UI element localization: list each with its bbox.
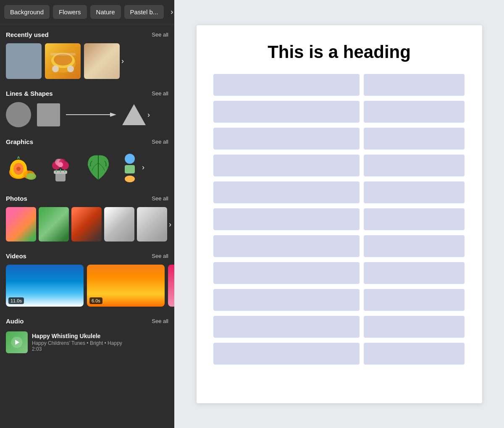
table-cell bbox=[364, 316, 465, 338]
table-row bbox=[213, 181, 465, 203]
recently-used-row: › bbox=[6, 43, 168, 79]
table-cell bbox=[213, 289, 360, 311]
photo-desert[interactable] bbox=[71, 207, 102, 242]
recently-used-see-all[interactable]: See all bbox=[152, 32, 168, 38]
canvas-document: This is a heading bbox=[197, 25, 482, 403]
shape-line-arrow bbox=[66, 110, 116, 119]
table-row bbox=[213, 343, 465, 365]
photos-header: Photos See all bbox=[6, 195, 168, 202]
photos-row-container: › bbox=[6, 207, 168, 242]
graphics-header: Graphics See all bbox=[6, 138, 168, 145]
tag-nature[interactable]: Nature bbox=[90, 5, 121, 19]
recent-item-2[interactable] bbox=[45, 43, 81, 79]
photo-hat[interactable] bbox=[104, 207, 134, 242]
shape-triangle[interactable] bbox=[122, 104, 146, 125]
photo-person[interactable] bbox=[39, 207, 69, 242]
shape-square[interactable] bbox=[37, 103, 60, 126]
video-duration-1: 11.0s bbox=[8, 297, 24, 304]
photos-see-all[interactable]: See all bbox=[152, 195, 168, 202]
video-item-3[interactable] bbox=[168, 265, 174, 307]
graphic-papaya[interactable] bbox=[6, 150, 39, 184]
table-row bbox=[213, 101, 465, 123]
videos-section: Videos See all 11.0s 6.0s › bbox=[0, 246, 174, 311]
lines-shapes-section: Lines & Shapes See all › bbox=[0, 83, 174, 131]
lines-shapes-header: Lines & Shapes See all bbox=[6, 90, 168, 97]
table-row bbox=[213, 235, 465, 257]
audio-see-all[interactable]: See all bbox=[152, 318, 168, 324]
table-row bbox=[213, 316, 465, 338]
table-cell bbox=[213, 262, 360, 284]
svg-point-2 bbox=[54, 54, 72, 66]
recently-used-title: Recently used bbox=[6, 31, 49, 38]
svg-point-25 bbox=[125, 154, 135, 164]
table-cell bbox=[213, 155, 360, 176]
shapes-items bbox=[6, 102, 146, 127]
table-row bbox=[213, 74, 465, 96]
photos-section: Photos See all › bbox=[0, 188, 174, 246]
table-cell bbox=[213, 181, 360, 203]
photo-abstract[interactable] bbox=[137, 207, 167, 242]
table-row bbox=[213, 262, 465, 284]
graphic-colorful-shapes[interactable] bbox=[119, 150, 140, 184]
table-cell bbox=[213, 235, 360, 257]
table-cell bbox=[213, 208, 360, 230]
svg-point-13 bbox=[26, 173, 36, 180]
lines-shapes-title: Lines & Shapes bbox=[6, 90, 53, 97]
shape-circle[interactable] bbox=[6, 102, 31, 127]
svg-rect-5 bbox=[50, 53, 76, 55]
videos-title: Videos bbox=[6, 252, 26, 260]
shapes-row-container: › bbox=[6, 102, 168, 127]
recent-item-3[interactable] bbox=[84, 43, 120, 79]
videos-see-all[interactable]: See all bbox=[152, 253, 168, 259]
table-row bbox=[213, 128, 465, 150]
audio-section: Audio See all Happy Whistling Ukulele Ha… bbox=[0, 311, 174, 359]
shapes-scroll-right[interactable]: › bbox=[146, 110, 152, 119]
table-row bbox=[213, 208, 465, 230]
recently-used-scroll-right[interactable]: › bbox=[120, 57, 126, 66]
table-cell bbox=[364, 74, 465, 96]
photos-scroll-right[interactable]: › bbox=[167, 220, 173, 229]
audio-item-1[interactable]: Happy Whistling Ukulele Happy Childrens'… bbox=[6, 330, 168, 355]
table-cell bbox=[364, 235, 465, 257]
table-cell bbox=[364, 208, 465, 230]
svg-marker-7 bbox=[110, 113, 116, 117]
table-cell bbox=[364, 343, 465, 365]
graphic-leaf[interactable] bbox=[81, 150, 115, 184]
audio-item-subtitle: Happy Childrens' Tunes • Bright • Happy … bbox=[32, 340, 168, 352]
videos-header: Videos See all bbox=[6, 252, 168, 260]
table-cell bbox=[213, 343, 360, 365]
shape-arrow-container[interactable] bbox=[66, 110, 116, 119]
tag-pastel[interactable]: Pastel b... bbox=[124, 5, 164, 19]
table-row bbox=[213, 289, 465, 311]
left-panel: Background Flowers Nature Pastel b... › … bbox=[0, 0, 174, 428]
videos-row-container: 11.0s 6.0s › bbox=[6, 265, 168, 307]
video-duration-2: 6.0s bbox=[89, 297, 102, 304]
svg-point-21 bbox=[58, 162, 63, 167]
video-item-2[interactable]: 6.0s bbox=[87, 265, 165, 307]
table-cell bbox=[364, 289, 465, 311]
photos-title: Photos bbox=[6, 195, 27, 202]
videos-items: 11.0s 6.0s bbox=[6, 265, 174, 307]
svg-point-27 bbox=[125, 176, 135, 182]
recent-item-1[interactable] bbox=[6, 43, 42, 79]
tags-scroll-right-button[interactable]: › bbox=[167, 6, 174, 18]
tag-background[interactable]: Background bbox=[4, 5, 50, 19]
graphics-scroll-right[interactable]: › bbox=[140, 163, 146, 172]
canvas-area: This is a heading bbox=[174, 0, 504, 428]
photos-items bbox=[6, 207, 167, 242]
svg-point-3 bbox=[52, 66, 59, 72]
tags-row: Background Flowers Nature Pastel b... › bbox=[0, 0, 174, 24]
document-heading: This is a heading bbox=[213, 42, 465, 62]
video-item-1[interactable]: 11.0s bbox=[6, 265, 84, 307]
graphics-see-all[interactable]: See all bbox=[152, 139, 168, 145]
tag-flowers[interactable]: Flowers bbox=[53, 5, 87, 19]
lines-shapes-see-all[interactable]: See all bbox=[152, 90, 168, 97]
svg-point-11 bbox=[16, 167, 21, 171]
graphics-title: Graphics bbox=[6, 138, 33, 145]
photo-lily[interactable] bbox=[6, 207, 36, 242]
graphics-items bbox=[6, 150, 140, 184]
table-cell bbox=[213, 74, 360, 96]
graphic-flower-vase[interactable] bbox=[44, 150, 77, 184]
table-cell bbox=[213, 101, 360, 123]
recently-used-section: Recently used See all bbox=[0, 24, 174, 83]
